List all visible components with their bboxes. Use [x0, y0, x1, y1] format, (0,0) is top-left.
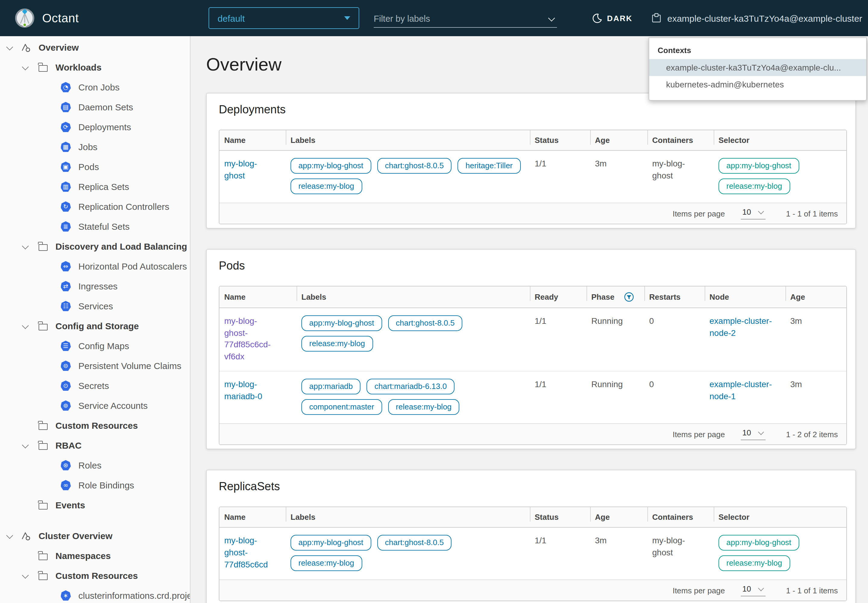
column-header-age[interactable]: Age	[590, 130, 647, 150]
label-tag[interactable]: chart:mariadb-6.13.0	[367, 379, 455, 395]
label-tag[interactable]: chart:ghost-8.0.5	[377, 158, 451, 174]
label-tag[interactable]: component:master	[301, 399, 382, 415]
label-tag[interactable]: release:my-blog	[388, 399, 459, 415]
sidebar-item-overview[interactable]: Overview	[0, 37, 190, 57]
label-tag[interactable]: heritage:Tiller	[457, 158, 520, 174]
column-header-name[interactable]: Name	[219, 507, 286, 527]
pod-link[interactable]: my-blog-ghost-77df85c6cd-vf6dx	[224, 316, 280, 326]
label-tag[interactable]: chart:ghost-8.0.5	[377, 535, 451, 551]
chevron-down-icon[interactable]	[22, 243, 29, 250]
replicaset-link[interactable]: my-blog-ghost-77df85c6cd	[224, 536, 278, 546]
sidebar-item-secrets[interactable]: Secrets	[0, 376, 190, 396]
sidebar-item-pods[interactable]: Pods	[0, 157, 190, 177]
containers-value: my-blog-ghost	[647, 151, 714, 203]
column-header-labels[interactable]: Labels	[286, 130, 530, 150]
label-tag[interactable]: release:my-blog	[290, 178, 362, 194]
sidebar-item-role-bindings[interactable]: Role Bindings	[0, 475, 190, 495]
sidebar-item-config-maps[interactable]: Config Maps	[0, 336, 190, 356]
chevron-down-icon[interactable]	[6, 532, 13, 540]
node-link[interactable]: example-cluster-node-1	[709, 380, 777, 389]
label-tag[interactable]: app:my-blog-ghost	[301, 315, 382, 331]
sidebar-item-label: Ingresses	[78, 281, 117, 291]
column-header-ready[interactable]: Ready	[530, 286, 587, 308]
page-size-select[interactable]: 10	[740, 584, 766, 597]
crd-icon	[60, 590, 71, 601]
sidebar-item-config-and-storage[interactable]: Config and Storage	[0, 316, 190, 336]
sidebar-item-discovery-and-load-balancing[interactable]: Discovery and Load Balancing	[0, 237, 190, 256]
sidebar-item-custom-resources[interactable]: Custom Resources	[0, 416, 190, 435]
column-header-selector[interactable]: Selector	[714, 507, 846, 527]
selector-tag[interactable]: app:my-blog-ghost	[718, 535, 799, 551]
page-size-value: 10	[742, 584, 751, 594]
namespace-select[interactable]: default	[209, 7, 359, 29]
sidebar-item-persistent-volume-claims[interactable]: Persistent Volume Claims	[0, 356, 190, 376]
column-header-selector[interactable]: Selector	[714, 130, 846, 150]
node-link[interactable]: example-cluster-node-2	[709, 316, 777, 326]
label-tag[interactable]: release:my-blog	[301, 336, 373, 351]
label-filter-input[interactable]	[374, 14, 546, 23]
sidebar-item-replica-sets[interactable]: Replica Sets	[0, 177, 190, 196]
chevron-down-icon[interactable]	[548, 15, 554, 22]
label-tag[interactable]: app:my-blog-ghost	[290, 535, 371, 551]
selector-tag[interactable]: app:my-blog-ghost	[718, 158, 799, 174]
statefulset-icon	[60, 221, 71, 232]
selector-tag[interactable]: release:my-blog	[718, 556, 790, 571]
sidebar-item-stateful-sets[interactable]: Stateful Sets	[0, 216, 190, 237]
chevron-down-icon[interactable]	[22, 63, 29, 71]
role-icon	[60, 460, 71, 470]
context-menu-item[interactable]: kubernetes-admin@kubernetes	[649, 76, 866, 93]
sidebar-item-label: Stateful Sets	[78, 221, 130, 232]
page-size-select[interactable]: 10	[740, 428, 766, 441]
folder-icon	[37, 501, 48, 509]
rolebinding-icon	[60, 480, 71, 490]
column-header-node[interactable]: Node	[705, 286, 785, 308]
sidebar-item-horizontal-pod-autoscalers[interactable]: Horizontal Pod Autoscalers	[0, 256, 190, 276]
column-header-name[interactable]: Name	[219, 286, 297, 308]
items-per-page-label: Items per page	[673, 586, 725, 595]
page-size-select[interactable]: 10	[740, 207, 766, 220]
sidebar-item-ingresses[interactable]: Ingresses	[0, 276, 190, 296]
deployment-link[interactable]: my-blog-ghost	[224, 159, 269, 168]
column-header-status[interactable]: Status	[530, 130, 590, 150]
folder-icon	[37, 63, 48, 71]
sidebar-item-clusterinformations-crd[interactable]: clusterinformations.crd.projec	[0, 586, 190, 603]
column-header-restarts[interactable]: Restarts	[644, 286, 705, 308]
column-header-labels[interactable]: Labels	[286, 507, 530, 527]
pod-link[interactable]: my-blog-mariadb-0	[224, 380, 280, 389]
label-tag[interactable]: app:my-blog-ghost	[290, 158, 371, 174]
column-header-phase[interactable]: Phase	[587, 286, 644, 308]
column-header-containers[interactable]: Containers	[647, 130, 714, 150]
sidebar-item-replication-controllers[interactable]: Replication Controllers	[0, 196, 190, 216]
filter-icon[interactable]	[624, 292, 635, 302]
selector-tag[interactable]: release:my-blog	[718, 178, 790, 194]
label-tag[interactable]: app:mariadb	[301, 379, 361, 395]
theme-toggle[interactable]: DARK	[592, 0, 633, 36]
label-tag[interactable]: chart:ghost-8.0.5	[388, 315, 462, 331]
column-header-status[interactable]: Status	[530, 507, 590, 527]
column-header-name[interactable]: Name	[219, 130, 286, 150]
column-header-age[interactable]: Age	[590, 507, 647, 527]
chevron-down-icon[interactable]	[6, 44, 13, 51]
sidebar-item-roles[interactable]: Roles	[0, 455, 190, 475]
sidebar-item-daemon-sets[interactable]: Daemon Sets	[0, 97, 190, 117]
context-menu-item[interactable]: example-cluster-ka3TuTzYo4a@example-clu.…	[649, 59, 866, 76]
chevron-down-icon[interactable]	[22, 572, 29, 579]
chevron-down-icon[interactable]	[22, 442, 29, 449]
column-header-age[interactable]: Age	[785, 286, 846, 308]
sidebar-item-deployments[interactable]: Deployments	[0, 117, 190, 137]
column-header-labels[interactable]: Labels	[297, 286, 530, 308]
column-header-containers[interactable]: Containers	[647, 507, 714, 527]
sidebar-item-cron-jobs[interactable]: Cron Jobs	[0, 77, 190, 97]
sidebar-item-cluster-overview[interactable]: Cluster Overview	[0, 526, 190, 546]
sidebar-item-events[interactable]: Events	[0, 495, 190, 515]
sidebar-item-jobs[interactable]: Jobs	[0, 137, 190, 157]
sidebar-item-workloads[interactable]: Workloads	[0, 57, 190, 77]
sidebar-item-service-accounts[interactable]: Service Accounts	[0, 396, 190, 416]
label-tag[interactable]: release:my-blog	[290, 556, 362, 571]
sidebar-item-rbac[interactable]: RBAC	[0, 435, 190, 455]
sidebar-item-cluster-custom-resources[interactable]: Custom Resources	[0, 566, 190, 586]
context-selector[interactable]: example-cluster-ka3TuTzYo4a@example-clus…	[651, 0, 868, 36]
sidebar-item-namespaces[interactable]: Namespaces	[0, 546, 190, 566]
sidebar-item-services[interactable]: Services	[0, 296, 190, 316]
chevron-down-icon[interactable]	[22, 322, 29, 329]
